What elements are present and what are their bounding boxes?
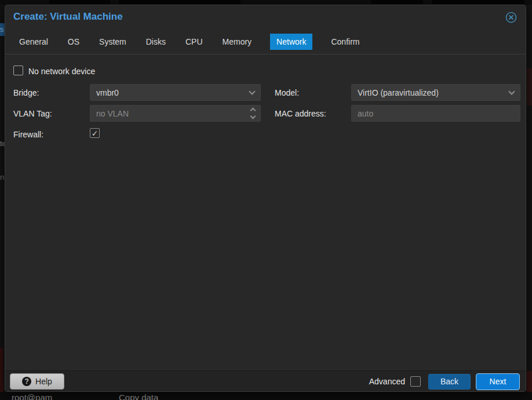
background-right-strip [526,5,532,392]
check-icon: ✓ [92,129,99,137]
bridge-value: vmbr0 [96,88,250,97]
background-status-action: Copy data [119,392,158,400]
chevron-down-icon [508,88,515,94]
bridge-label: Bridge: [13,88,39,97]
screen: s te ns root@pam Copy data Create: Virtu… [0,0,532,400]
background-right-patch [527,68,532,106]
background-tree-selected-item: s [0,23,5,36]
tab-network[interactable]: Network [270,34,312,50]
background-status-user: root@pam [12,392,52,400]
firewall-label: Firewall: [13,130,43,139]
wizard-tabbar: General OS System Disks CPU Memory Netwo… [18,34,360,50]
background-log-error-strip [0,348,3,392]
help-button-label: Help [35,377,52,386]
dialog-footer: ? Help Advanced Back Next [5,370,526,391]
background-status-strip: root@pam Copy data [0,392,532,400]
tab-os[interactable]: OS [67,34,81,50]
background-tree-strip: s te ns [0,5,5,392]
background-toolbar-button [119,0,241,4]
no-network-device-checkbox[interactable] [13,66,23,75]
vlan-tag-input[interactable] [90,105,246,122]
background-tree-item: ns [0,173,5,181]
firewall-checkbox[interactable]: ✓ [90,128,100,138]
vlan-tag-label: VLAN Tag: [13,109,52,118]
spinner-up-down-icon [251,108,255,118]
tab-memory[interactable]: Memory [221,34,253,50]
vlan-tag-spinner[interactable] [246,105,261,122]
model-select[interactable]: VirtIO (paravirtualized) [351,84,520,101]
footer-actions: Advanced Back Next [369,371,520,392]
advanced-checkbox[interactable] [410,376,421,387]
back-button[interactable]: Back [428,374,471,390]
tab-cpu[interactable]: CPU [184,34,204,50]
tab-confirm[interactable]: Confirm [330,34,360,50]
tab-general[interactable]: General [18,34,49,50]
chevron-down-icon [249,88,255,94]
advanced-label: Advanced [369,377,405,386]
bridge-select[interactable]: vmbr0 [90,84,261,101]
mac-address-input[interactable] [351,105,520,122]
background-toolbar-strip [0,0,532,5]
model-value: VirtIO (paravirtualized) [358,88,509,97]
no-network-device-label: No network device [28,67,95,76]
help-button[interactable]: ? Help [10,373,64,390]
question-mark-icon: ? [22,377,31,386]
dialog-title: Create: Virtual Machine [13,11,123,23]
next-button[interactable]: Next [476,373,520,390]
tab-disks[interactable]: Disks [145,34,167,50]
create-vm-dialog: Create: Virtual Machine General OS Syste… [5,5,526,392]
background-right-patch [527,371,532,392]
tabbar-separator [5,54,526,54]
close-icon[interactable] [505,11,518,24]
tab-system[interactable]: System [98,34,127,50]
mac-address-label: MAC address: [275,109,326,118]
background-toolbar-button [371,0,423,4]
background-toolbar-button [432,0,524,4]
model-label: Model: [275,88,299,97]
background-tree-item: te [0,139,5,148]
background-toolbar-button [49,0,110,4]
